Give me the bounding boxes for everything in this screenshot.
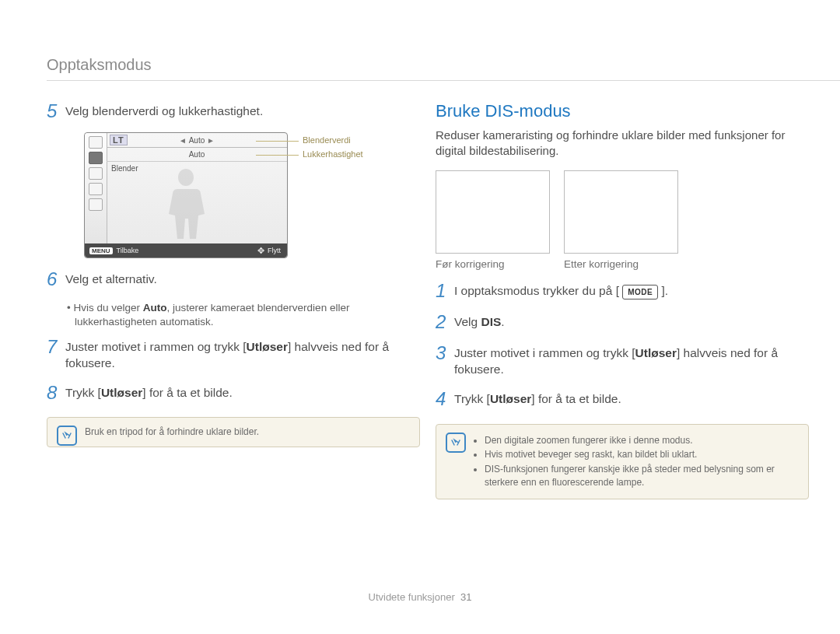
lcd-lt-badge: LT (110, 135, 128, 145)
step-1: 1 I opptaksmodus trykker du på [ MODE ]. (436, 281, 809, 301)
note-box-right: Den digitale zoomen fungerer ikke i denn… (436, 424, 809, 499)
step-number: 6 (47, 269, 65, 289)
note-icon (57, 426, 77, 446)
section-title: Bruke DIS-modus (436, 101, 809, 121)
lcd-arrow-right-icon: ► (205, 136, 215, 145)
lcd-silhouette-icon (159, 164, 213, 240)
note-box-left: Bruk en tripod for å forhindre uklare bi… (47, 417, 420, 447)
step-6-bullet: • Hvis du velger Auto, justerer kameraet… (65, 301, 420, 329)
sample-caption: Før korrigering (436, 258, 548, 270)
lcd-preview: LT ◄ Auto ► Auto Blender MENU Tilbake (65, 132, 420, 258)
callout-line (256, 155, 299, 156)
note-item: Den digitale zoomen fungerer ikke i denn… (485, 434, 797, 447)
lcd-arrow-left-icon: ◄ (179, 136, 189, 145)
sidebar-icon (89, 198, 103, 211)
footer-section: Utvidete funksjoner (369, 591, 455, 603)
step-number: 8 (47, 383, 65, 403)
step-number: 5 (47, 101, 65, 121)
page-footer: Utvidete funksjoner 31 (0, 591, 840, 603)
step-number: 1 (436, 281, 454, 301)
sidebar-icon (89, 167, 103, 180)
step-text: Trykk [Utløser] for å ta et bilde. (65, 383, 420, 403)
step-number: 2 (436, 312, 454, 332)
note-text: Bruk en tripod for å forhindre uklare bi… (85, 426, 259, 437)
sample-image-placeholder (436, 170, 550, 254)
step-text: Velg blenderverdi og lukkerhastighet. (65, 101, 420, 121)
sample-after: Etter korrigering (564, 170, 677, 270)
page-section-title: Opptaksmodus (47, 56, 152, 74)
step-text: I opptaksmodus trykker du på [ MODE ]. (454, 281, 809, 301)
sidebar-icon (89, 183, 103, 195)
sample-before: Før korrigering (436, 170, 548, 270)
step-number: 7 (47, 337, 65, 372)
step-2: 2 Velg DIS. (436, 312, 809, 332)
step-7: 7 Juster motivet i rammen og trykk [Utlø… (47, 337, 420, 372)
lcd-back-label: Tilbake (117, 247, 139, 254)
lcd-move-icon: ✥ (257, 246, 264, 256)
lcd-move-label: Flytt (268, 247, 281, 254)
section-description: Reduser kameraristing og forhindre uklar… (436, 128, 809, 159)
sidebar-icon (89, 136, 103, 149)
lcd-sidebar (85, 133, 107, 243)
step-number: 3 (436, 343, 454, 378)
lcd-blender-label: Blender (111, 164, 138, 173)
step-text: Velg DIS. (454, 312, 809, 332)
mode-button-label: MODE (622, 285, 658, 299)
callout-line (256, 141, 299, 142)
note-item: Hvis motivet beveger seg raskt, kan bild… (485, 448, 797, 461)
step-number: 4 (436, 389, 454, 409)
step-6: 6 Velg et alternativ. (47, 269, 420, 289)
step-text: Trykk [Utløser] for å ta et bilde. (454, 389, 809, 409)
step-5: 5 Velg blenderverdi og lukkerhastighet. (47, 101, 420, 121)
footer-page-number: 31 (460, 591, 471, 603)
step-text: Juster motivet i rammen og trykk [Utløse… (454, 343, 809, 378)
lcd-auto-1: Auto (189, 136, 205, 145)
lcd-menu-button: MENU (89, 247, 113, 254)
note-icon (446, 433, 466, 453)
sample-caption: Etter korrigering (564, 258, 677, 270)
sidebar-icon (89, 152, 103, 164)
callout-lukkerhastighet: Lukkerhastighet (303, 149, 363, 159)
step-text: Velg et alternativ. (65, 269, 420, 289)
step-text: Juster motivet i rammen og trykk [Utløse… (65, 337, 420, 372)
step-8: 8 Trykk [Utløser] for å ta et bilde. (47, 383, 420, 403)
sample-image-placeholder (564, 170, 678, 254)
callout-blenderverdi: Blenderverdi (303, 135, 351, 145)
note-item: DIS-funksjonen fungerer kanskje ikke på … (485, 463, 797, 489)
lcd-auto-2: Auto (189, 150, 205, 159)
step-4: 4 Trykk [Utløser] for å ta et bilde. (436, 389, 809, 409)
divider (47, 80, 840, 81)
step-3: 3 Juster motivet i rammen og trykk [Utlø… (436, 343, 809, 378)
